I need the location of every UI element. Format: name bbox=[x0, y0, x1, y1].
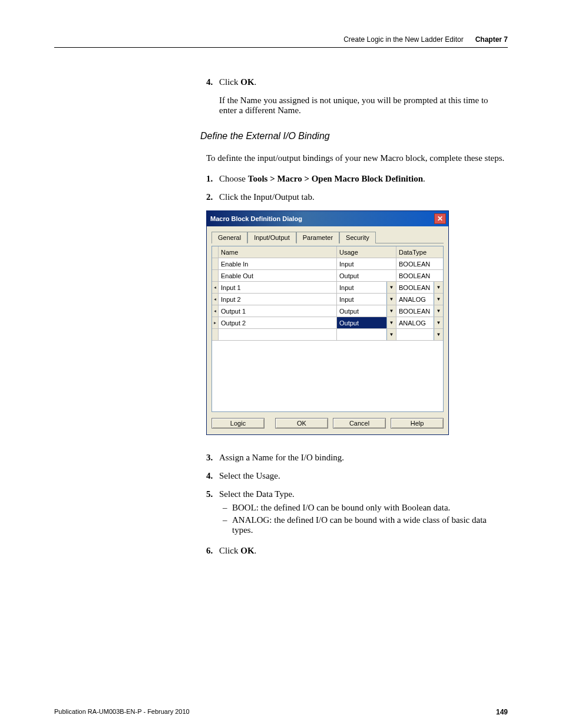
logic-button[interactable]: Logic bbox=[211, 418, 265, 429]
step-number: 6. bbox=[206, 546, 219, 556]
col-datatype: DataType bbox=[396, 246, 443, 258]
name-cell[interactable]: Input 1 bbox=[219, 282, 337, 293]
grid-corner bbox=[212, 246, 219, 258]
chevron-down-icon[interactable]: ▼ bbox=[386, 282, 396, 293]
bullet-text: BOOL: the defined I/O can be bound only … bbox=[232, 503, 450, 513]
datatype-cell[interactable]: ANALOG▼ bbox=[396, 317, 443, 328]
col-usage: Usage bbox=[337, 246, 396, 258]
header-section: Create Logic in the New Ladder Editor bbox=[343, 35, 463, 44]
name-cell[interactable]: Enable Out bbox=[219, 270, 337, 281]
table-row: ▼▼ bbox=[212, 329, 443, 341]
name-cell[interactable]: Output 2 bbox=[219, 317, 337, 328]
tab-parameter[interactable]: Parameter bbox=[296, 232, 339, 243]
step-number: 5. bbox=[206, 489, 219, 538]
dash-icon: – bbox=[223, 515, 232, 535]
step-number: 2. bbox=[206, 192, 219, 202]
usage-cell[interactable]: ▼ bbox=[337, 329, 396, 340]
list-item: 4. Click OK. bbox=[206, 77, 508, 87]
bullet-text: ANALOG: the defined I/O can be bound wit… bbox=[232, 515, 508, 535]
page-footer: Publication RA-UM003B-EN-P - February 20… bbox=[54, 708, 508, 716]
list-item: 2. Click the Input/Output tab. bbox=[206, 192, 508, 202]
io-grid: Name Usage DataType Enable InInputBOOLEA… bbox=[211, 246, 444, 412]
row-marker: ◂ bbox=[212, 282, 219, 293]
cancel-button[interactable]: Cancel bbox=[333, 418, 386, 429]
step-text: Click bbox=[219, 546, 240, 555]
dash-icon: – bbox=[223, 503, 232, 513]
usage-cell[interactable]: Output▼ bbox=[337, 305, 396, 317]
chevron-down-icon[interactable]: ▼ bbox=[386, 294, 396, 305]
usage-cell[interactable]: Input bbox=[337, 258, 396, 269]
chevron-down-icon[interactable]: ▼ bbox=[434, 329, 443, 340]
row-marker bbox=[212, 270, 219, 281]
name-cell[interactable]: Enable In bbox=[219, 258, 337, 269]
chevron-down-icon[interactable]: ▼ bbox=[434, 305, 443, 317]
chevron-down-icon[interactable]: ▼ bbox=[386, 317, 396, 328]
step-suffix: . bbox=[254, 77, 257, 87]
grid-header: Name Usage DataType bbox=[212, 246, 443, 258]
usage-cell[interactable]: Input▼ bbox=[337, 294, 396, 305]
step-text: Click bbox=[219, 77, 240, 87]
header-chapter: Chapter 7 bbox=[475, 35, 508, 44]
step-number: 3. bbox=[206, 453, 219, 463]
table-row: ▸Output 2Output▼ANALOG▼ bbox=[212, 317, 443, 329]
step-bold: Tools > Macro > Open Macro Block Definit… bbox=[248, 174, 423, 183]
row-marker: ◂ bbox=[212, 305, 219, 317]
macro-block-dialog: Macro Block Definition Dialog ✕ General … bbox=[206, 210, 449, 435]
help-button[interactable]: Help bbox=[391, 418, 444, 429]
step-bold: OK bbox=[240, 546, 254, 555]
close-icon[interactable]: ✕ bbox=[434, 213, 446, 224]
row-marker bbox=[212, 258, 219, 269]
col-name: Name bbox=[219, 246, 337, 258]
chevron-down-icon[interactable]: ▼ bbox=[434, 282, 443, 293]
step-suffix: . bbox=[254, 546, 257, 555]
name-cell[interactable]: Output 1 bbox=[219, 305, 337, 317]
datatype-cell[interactable]: BOOLEAN▼ bbox=[396, 305, 443, 317]
step-text: Select the Usage. bbox=[219, 471, 508, 481]
table-row: Enable OutOutputBOOLEAN bbox=[212, 270, 443, 282]
datatype-cell[interactable]: BOOLEAN bbox=[396, 270, 443, 281]
page-number: 149 bbox=[496, 708, 508, 716]
list-item: 4. Select the Usage. bbox=[206, 471, 508, 481]
datatype-cell[interactable]: BOOLEAN bbox=[396, 258, 443, 269]
publication-id: Publication RA-UM003B-EN-P - February 20… bbox=[54, 708, 190, 716]
usage-cell[interactable]: Input▼ bbox=[337, 282, 396, 293]
table-row: ◂Output 1Output▼BOOLEAN▼ bbox=[212, 305, 443, 317]
step-bold: OK bbox=[240, 77, 254, 87]
chevron-down-icon[interactable]: ▼ bbox=[386, 329, 396, 340]
dialog-button-row: Logic OK Cancel Help bbox=[211, 418, 444, 429]
usage-cell[interactable]: Output▼ bbox=[337, 317, 396, 328]
tab-general[interactable]: General bbox=[211, 232, 247, 243]
list-item: 6. Click OK. bbox=[206, 546, 508, 556]
chevron-down-icon[interactable]: ▼ bbox=[434, 317, 443, 328]
row-marker bbox=[212, 329, 219, 340]
usage-cell[interactable]: Output bbox=[337, 270, 396, 281]
list-item: 3. Assign a Name for the I/O binding. bbox=[206, 453, 508, 463]
step-number: 4. bbox=[206, 471, 219, 481]
intro-paragraph: To definte the input/output bindings of … bbox=[206, 153, 508, 163]
datatype-cell[interactable]: BOOLEAN▼ bbox=[396, 282, 443, 293]
chevron-down-icon[interactable]: ▼ bbox=[434, 294, 443, 305]
step-text: Select the Data Type. bbox=[219, 489, 295, 499]
step-number: 4. bbox=[206, 77, 219, 87]
name-cell[interactable]: Input 2 bbox=[219, 294, 337, 305]
table-row: ◂Input 1Input▼BOOLEAN▼ bbox=[212, 282, 443, 294]
step-text: Click the Input/Output tab. bbox=[219, 192, 508, 202]
row-marker: ◂ bbox=[212, 294, 219, 305]
table-row: ◂Input 2Input▼ANALOG▼ bbox=[212, 294, 443, 305]
row-marker: ▸ bbox=[212, 317, 219, 328]
step-text: Choose bbox=[219, 174, 248, 183]
list-item: 1. Choose Tools > Macro > Open Macro Blo… bbox=[206, 174, 508, 184]
chevron-down-icon[interactable]: ▼ bbox=[386, 305, 396, 317]
tab-security[interactable]: Security bbox=[339, 232, 376, 243]
table-row: Enable InInputBOOLEAN bbox=[212, 258, 443, 270]
tab-input-output[interactable]: Input/Output bbox=[247, 232, 296, 243]
list-item: 5. Select the Data Type. –BOOL: the defi… bbox=[206, 489, 508, 538]
dialog-tabs: General Input/Output Parameter Security bbox=[211, 231, 444, 243]
ok-button[interactable]: OK bbox=[275, 418, 328, 429]
datatype-cell[interactable]: ▼ bbox=[396, 329, 443, 340]
dialog-screenshot: Macro Block Definition Dialog ✕ General … bbox=[206, 210, 508, 435]
note-paragraph: If the Name you assigned is not unique, … bbox=[219, 95, 508, 116]
section-heading: Define the External I/O Binding bbox=[200, 131, 508, 141]
datatype-cell[interactable]: ANALOG▼ bbox=[396, 294, 443, 305]
name-cell[interactable] bbox=[219, 329, 337, 340]
